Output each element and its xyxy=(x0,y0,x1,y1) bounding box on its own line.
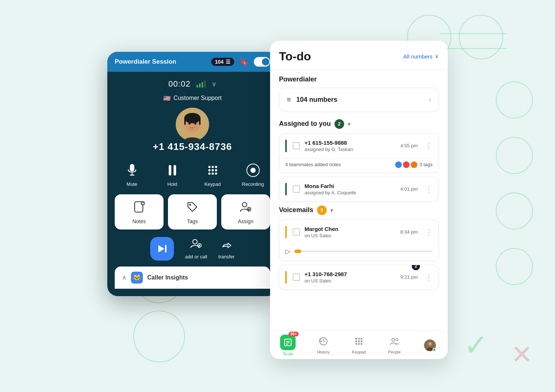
svg-rect-30 xyxy=(165,245,166,252)
svg-rect-11 xyxy=(169,165,171,175)
mute-label: Mute xyxy=(127,181,137,187)
voicemail-info-1: Margot Chen on US Sales xyxy=(305,226,396,238)
play-button-1[interactable]: ▷ xyxy=(285,247,290,255)
bookmark-icon[interactable]: 🔖 xyxy=(239,57,249,66)
voicemail-more-btn-2[interactable]: ⋮ xyxy=(425,273,433,282)
svg-point-3 xyxy=(184,113,201,123)
recording-icon xyxy=(244,161,262,179)
contact-info-2: Mona Farhi assigned by A. Coquelle xyxy=(305,183,396,195)
tags-count-1: 3 tags xyxy=(420,162,433,167)
contact-more-btn-1[interactable]: ⋮ xyxy=(425,141,433,150)
nav-keypad[interactable]: Keypad xyxy=(341,336,377,354)
tag-dot-red xyxy=(403,161,410,168)
voicemail-time-1: 8:34 pm xyxy=(400,229,418,235)
voicemail-sub-1: on US Sales xyxy=(305,233,396,238)
assigned-dropdown-icon[interactable]: ▾ xyxy=(348,121,350,127)
contact-time-1: 4:55 pm xyxy=(400,143,418,148)
call-controls: Mute Hold xyxy=(115,161,270,187)
dialer-toggle[interactable] xyxy=(254,57,270,67)
contact-label: Customer Support xyxy=(174,95,222,101)
nav-people[interactable]: People xyxy=(377,336,412,354)
transfer-label: transfer xyxy=(218,254,235,259)
contact-more-btn-2[interactable]: ⋮ xyxy=(425,185,433,194)
contact-card-1-footer: 4 teammates added notes 3 tags xyxy=(279,158,438,172)
recording-button[interactable]: Recording xyxy=(236,161,270,187)
voicemail-section-header: Voicemails 3 ▾ xyxy=(279,205,439,215)
svg-point-14 xyxy=(212,166,214,168)
svg-point-47 xyxy=(358,343,360,345)
nav-profile[interactable] xyxy=(412,339,448,351)
contact-card-1-main: +1 615-155-9888 assigned by G. Taskan 4:… xyxy=(279,134,438,158)
powerdialer-chevron-icon: › xyxy=(429,96,431,104)
voicemail-info-2: +1 310-768-2987 on US Sales xyxy=(305,271,396,284)
assigned-count-badge: 2 xyxy=(334,119,344,129)
dialer-count-badge: 104 ☰ xyxy=(211,58,234,66)
svg-point-46 xyxy=(356,343,357,345)
assign-label: Assign xyxy=(238,218,253,224)
bottom-nav: 99+ To-do History xyxy=(270,331,448,359)
caller-insights-panel[interactable]: ∧ 🐱 Caller Insights xyxy=(115,267,270,289)
add-call-button[interactable]: add or call xyxy=(185,238,207,259)
audio-progress-bar-1[interactable] xyxy=(294,251,433,252)
nav-todo[interactable]: 99+ To-do xyxy=(270,335,306,356)
contact-info-1: +1 615-155-9888 assigned by G. Taskan xyxy=(305,140,396,152)
svg-point-16 xyxy=(208,169,211,171)
dialer-body: 00:02 ∨ 🇺🇸 Customer Support xyxy=(107,72,278,296)
transfer-button[interactable]: transfer xyxy=(218,238,235,259)
svg-point-13 xyxy=(208,166,211,168)
contact-card-2-main: Mona Farhi assigned by A. Coquelle 4:01 … xyxy=(279,177,438,201)
nav-todo-label: To-do xyxy=(283,352,293,356)
dialer-header-controls: 104 ☰ 🔖 xyxy=(211,57,270,67)
voicemail-section: Voicemails 3 ▾ Margot Chen on US Sales 8… xyxy=(279,205,439,290)
svg-point-48 xyxy=(361,343,363,345)
todo-header: To-do All numbers ∨ xyxy=(270,41,448,70)
dropdown-chevron-icon: ∨ xyxy=(435,53,439,60)
svg-point-20 xyxy=(212,172,214,175)
contact-name-1: +1 615-155-9888 xyxy=(305,140,396,146)
svg-point-15 xyxy=(215,166,217,168)
svg-point-42 xyxy=(361,338,363,339)
menu-icon[interactable]: ☰ xyxy=(226,59,231,65)
notes-icon xyxy=(133,201,145,215)
todo-title: To-do xyxy=(279,50,311,63)
svg-point-52 xyxy=(428,342,432,346)
tag-dots xyxy=(395,161,417,168)
hold-icon xyxy=(164,161,181,179)
tags-button[interactable]: Tags xyxy=(168,194,217,229)
voicemail-dropdown-icon[interactable]: ▾ xyxy=(330,207,333,213)
nav-history[interactable]: History xyxy=(306,336,341,354)
tags-label: Tags xyxy=(187,218,198,224)
hold-button[interactable]: Hold xyxy=(155,161,189,187)
all-numbers-label: All numbers xyxy=(403,53,433,60)
contact-checkbox-2[interactable] xyxy=(293,185,300,193)
tags-icon xyxy=(186,201,198,215)
nav-history-label: History xyxy=(317,350,330,354)
transfer-icon xyxy=(221,238,232,252)
dialer-session-title: Powerdialer Session xyxy=(115,58,176,66)
svg-point-6 xyxy=(188,122,191,124)
notes-button[interactable]: Notes xyxy=(115,194,164,229)
keypad-label: Keypad xyxy=(204,181,221,187)
contact-tags-1: 3 tags xyxy=(395,161,433,168)
skip-button[interactable] xyxy=(150,237,174,261)
insights-icon: 🐱 xyxy=(131,272,143,284)
todo-nav-icon xyxy=(280,335,296,350)
keypad-button[interactable]: Keypad xyxy=(195,161,230,187)
voicemail-checkbox-1[interactable] xyxy=(293,228,300,236)
dialer-header: Powerdialer Session 104 ☰ 🔖 xyxy=(107,52,278,72)
contact-checkbox-1[interactable] xyxy=(293,142,300,150)
svg-point-41 xyxy=(358,338,360,339)
svg-rect-8 xyxy=(130,164,134,171)
voicemail-checkbox-2[interactable] xyxy=(293,274,300,281)
bottom-controls: add or call transfer xyxy=(115,237,270,261)
assign-button[interactable]: Assign xyxy=(221,194,270,229)
voicemail-more-btn-1[interactable]: ⋮ xyxy=(425,228,433,237)
powerdialer-card[interactable]: ≡ 104 numbers › xyxy=(279,88,439,112)
expand-icon[interactable]: ∨ xyxy=(212,80,216,88)
svg-point-40 xyxy=(356,338,357,339)
mute-button[interactable]: Mute xyxy=(115,161,149,187)
call-timer: 00:02 xyxy=(168,79,191,89)
people-icon xyxy=(390,336,399,348)
svg-rect-12 xyxy=(174,165,176,175)
all-numbers-dropdown[interactable]: All numbers ∨ xyxy=(403,53,439,60)
